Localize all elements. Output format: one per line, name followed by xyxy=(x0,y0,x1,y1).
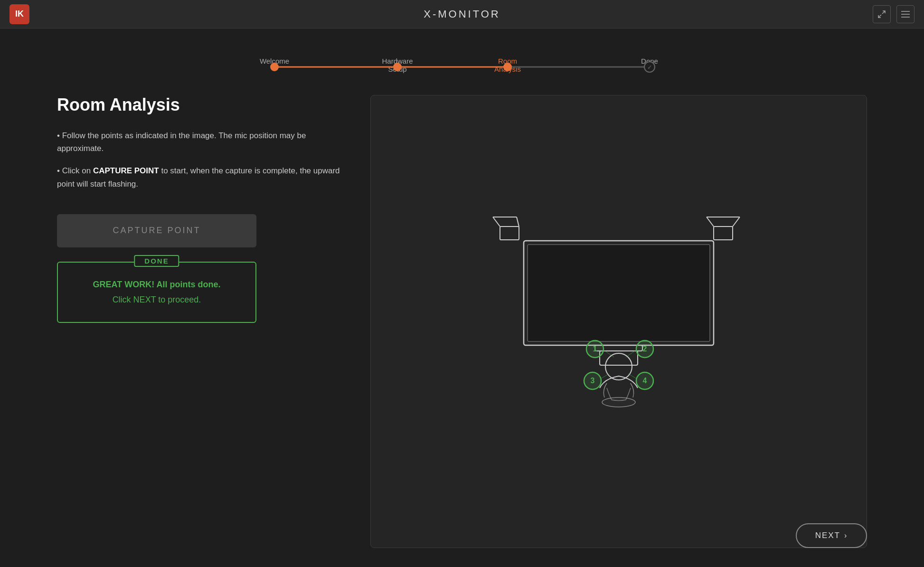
svg-rect-11 xyxy=(714,227,733,240)
capture-point-button[interactable]: CAPTURE POINT xyxy=(57,214,256,247)
app-title: X-MONITOR xyxy=(424,8,500,20)
done-badge: DONE xyxy=(134,255,179,267)
svg-rect-6 xyxy=(528,245,710,341)
svg-line-8 xyxy=(493,217,500,227)
step-dot-done: ✓ xyxy=(644,61,655,73)
svg-text:3: 3 xyxy=(591,377,595,385)
done-line1: GREAT WORK! All points done. xyxy=(67,277,246,292)
svg-rect-7 xyxy=(500,227,519,240)
left-panel: Room Analysis • Follow the points as ind… xyxy=(57,95,342,548)
svg-text:1: 1 xyxy=(593,345,597,353)
step-dot-welcome xyxy=(270,63,279,71)
room-diagram-panel: 1 2 3 4 xyxy=(370,95,867,548)
next-button-label: NEXT xyxy=(815,531,840,540)
svg-text:4: 4 xyxy=(643,377,647,385)
app-header: IK X-MONITOR xyxy=(0,0,924,28)
app-logo: IK xyxy=(9,4,29,24)
menu-button[interactable] xyxy=(896,5,915,23)
svg-line-29 xyxy=(601,374,609,378)
svg-point-18 xyxy=(602,397,635,407)
next-button[interactable]: NEXT › xyxy=(796,523,867,548)
page-title: Room Analysis xyxy=(57,95,342,115)
progress-steps: Welcome HardwareSetup RoomAnalysis Done … xyxy=(57,57,867,71)
expand-button[interactable] xyxy=(873,5,891,23)
svg-line-0 xyxy=(882,11,885,14)
done-message: GREAT WORK! All points done. Click NEXT … xyxy=(67,277,246,308)
instruction-1: • Follow the points as indicated in the … xyxy=(57,129,342,155)
next-arrow-icon: › xyxy=(844,531,848,540)
main-content: Welcome HardwareSetup RoomAnalysis Done … xyxy=(0,28,924,567)
capture-point-bold: CAPTURE POINT xyxy=(93,166,159,175)
header-controls xyxy=(873,5,915,23)
done-line2: Click NEXT to proceed. xyxy=(67,292,246,307)
svg-line-30 xyxy=(628,374,636,378)
step-dot-hardware xyxy=(393,63,402,71)
done-panel: DONE GREAT WORK! All points done. Click … xyxy=(57,262,256,323)
svg-line-12 xyxy=(707,217,714,227)
room-diagram-svg: 1 2 3 4 xyxy=(486,203,752,440)
body-layout: Room Analysis • Follow the points as ind… xyxy=(57,95,867,548)
svg-text:2: 2 xyxy=(643,345,647,353)
svg-line-9 xyxy=(517,217,519,227)
svg-line-1 xyxy=(878,15,881,18)
progress-track: ✓ xyxy=(272,63,652,71)
instruction-2: • Click on CAPTURE POINT to start, when … xyxy=(57,164,342,190)
svg-line-13 xyxy=(733,217,740,227)
step-dot-room xyxy=(503,63,512,71)
